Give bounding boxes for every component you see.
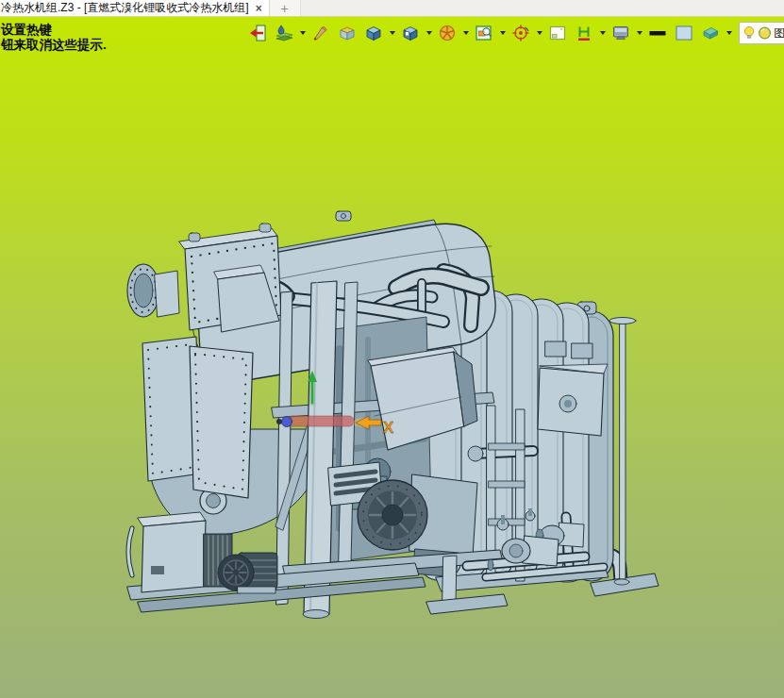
document-tab[interactable]: 冷热水机组.Z3 - [直燃式溴化锂吸收式冷热水机组] ×	[0, 0, 270, 16]
exit-glyph	[247, 23, 268, 43]
model-direct-fired-libr-chiller: X	[127, 211, 659, 619]
shaded-cube-icon[interactable]	[361, 21, 386, 45]
spoke-wheel-dropdown-arrow[interactable]	[461, 21, 470, 45]
prompt-hints: 设置热键 钮来取消这些提示.	[1, 23, 107, 53]
da-toolbar: 图层0000	[245, 20, 784, 46]
rotate-target-glyph	[510, 23, 531, 43]
axis-x-label: X	[383, 419, 394, 437]
monitor-glyph	[610, 23, 631, 43]
pen-icon[interactable]	[309, 21, 333, 45]
background-color-icon[interactable]	[672, 21, 696, 45]
viewport-frame-icon[interactable]	[545, 21, 570, 45]
graphics-area[interactable]: 设置热键 钮来取消这些提示.	[0, 17, 784, 698]
eraser-glyph	[700, 23, 721, 43]
render-style-glyph	[274, 23, 294, 43]
active-layer-color-icon	[758, 25, 772, 41]
background-color-glyph	[674, 23, 694, 43]
shaded-cube-dropdown-arrow[interactable]	[388, 21, 396, 45]
open-box-glyph	[337, 23, 358, 43]
document-tab-title: 冷热水机组.Z3 - [直燃式溴化锂吸收式冷热水机组]	[1, 0, 249, 16]
layer-visibility-bulb-icon	[742, 25, 756, 42]
render-style-dropdown-arrow[interactable]	[298, 21, 307, 45]
zw3d-cad-window: { "tab_bar": { "active_tab": "冷热水机组.Z3 -…	[0, 0, 784, 698]
pen-glyph	[310, 23, 331, 43]
line-width-icon[interactable]	[645, 21, 670, 45]
layer-name-field[interactable]: 图层0000	[774, 25, 784, 42]
render-style-icon[interactable]	[272, 21, 296, 45]
model-canvas[interactable]: X	[0, 17, 784, 698]
view-cube-glyph	[400, 23, 421, 43]
spoke-wheel-glyph	[437, 23, 458, 43]
layer-control[interactable]: 图层0000	[739, 22, 784, 44]
monitor-icon[interactable]	[609, 21, 633, 45]
tab-close-icon[interactable]: ×	[256, 3, 262, 14]
section-h-icon[interactable]	[572, 21, 596, 45]
eraser-dropdown-arrow[interactable]	[725, 21, 733, 45]
document-tab-bar: 冷热水机组.Z3 - [直燃式溴化锂吸收式冷热水机组] × +	[0, 0, 784, 17]
section-h-dropdown-arrow[interactable]	[598, 21, 607, 45]
viewport-frame-glyph	[547, 23, 568, 43]
open-box-icon[interactable]	[335, 21, 359, 45]
eraser-icon[interactable]	[698, 21, 723, 45]
rotate-target-dropdown-arrow[interactable]	[535, 21, 543, 45]
zoom-region-dropdown-arrow[interactable]	[498, 21, 507, 45]
spoke-wheel-icon[interactable]	[435, 21, 459, 45]
zoom-region-glyph	[474, 23, 494, 43]
new-tab-button[interactable]: +	[270, 0, 301, 16]
rotate-target-icon[interactable]	[509, 21, 533, 45]
prompt-line-1: 设置热键	[1, 23, 107, 38]
prompt-line-2: 钮来取消这些提示.	[1, 38, 107, 53]
monitor-dropdown-arrow[interactable]	[635, 21, 643, 45]
shaded-cube-glyph	[363, 23, 384, 43]
view-cube-icon[interactable]	[398, 21, 423, 45]
line-width-glyph	[647, 23, 668, 43]
zoom-region-icon[interactable]	[472, 21, 496, 45]
exit-icon[interactable]	[245, 21, 270, 45]
view-cube-dropdown-arrow[interactable]	[425, 21, 433, 45]
section-h-glyph	[574, 23, 594, 43]
tab-bar-filler	[301, 0, 784, 16]
